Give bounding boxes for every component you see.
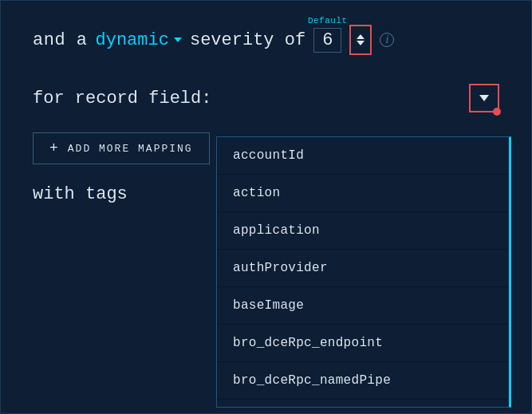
and-a-text: and a	[33, 30, 88, 50]
record-field-chevron-icon	[479, 95, 489, 101]
line1: and a dynamic severity of Default 6 i	[33, 25, 499, 55]
dropdown-item[interactable]: baseImage	[217, 287, 509, 325]
dynamic-label-text: dynamic	[96, 30, 169, 50]
dynamic-dropdown[interactable]: dynamic	[96, 30, 182, 50]
severity-label: severity of	[190, 30, 305, 50]
main-container: and a dynamic severity of Default 6 i	[0, 0, 532, 414]
record-field-label: for record field:	[33, 89, 211, 108]
dynamic-chevron-icon	[174, 37, 182, 42]
dropdown-item[interactable]: bro_dceRpc_endpoint	[217, 325, 509, 362]
dropdown-item[interactable]: application	[217, 212, 509, 250]
record-field-dropdown[interactable]: accountIdactionapplicationauthProviderba…	[216, 136, 511, 408]
red-indicator	[493, 108, 501, 116]
add-mapping-label: ADD MORE MAPPING	[68, 143, 193, 155]
dropdown-item[interactable]: accountId	[217, 137, 509, 175]
dropdown-item[interactable]: action	[217, 175, 509, 212]
spinner-up-icon[interactable]	[357, 34, 365, 39]
plus-icon: +	[49, 141, 60, 156]
dropdown-item[interactable]: authProvider	[217, 250, 509, 287]
severity-group: severity of Default 6 i	[190, 25, 394, 55]
spinner-down-icon[interactable]	[357, 41, 365, 45]
record-section: for record field:	[1, 76, 531, 120]
severity-value-container: Default 6	[313, 30, 341, 50]
dropdown-item[interactable]: bro_dceRpc_namedPipe	[217, 362, 509, 400]
severity-spinner[interactable]	[349, 25, 372, 55]
with-tags-label: with tags	[33, 184, 128, 204]
add-more-mapping-button[interactable]: + ADD MORE MAPPING	[33, 132, 210, 164]
top-section: and a dynamic severity of Default 6 i	[1, 1, 531, 76]
record-field-dropdown-button[interactable]	[469, 84, 499, 112]
dropdown-item[interactable]: bro_dceRpc_operation	[217, 400, 509, 408]
info-icon[interactable]: i	[380, 33, 394, 47]
default-label: Default	[308, 16, 348, 26]
severity-value: 6	[313, 28, 341, 53]
